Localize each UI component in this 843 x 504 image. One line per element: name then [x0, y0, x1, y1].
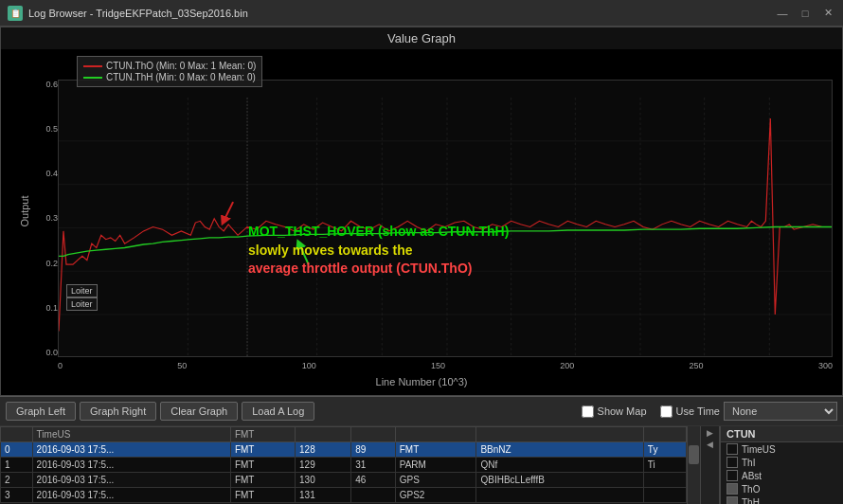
table-row[interactable]: 32016-09-03 17:5...FMT131GPS2 [1, 488, 687, 503]
table-cell: 131 [296, 488, 351, 503]
minimize-button[interactable]: — [775, 6, 790, 21]
tree-items: TimeUSThIABstThOThHDAlt [721, 442, 843, 504]
y-axis-label: Output [19, 195, 30, 226]
show-map-checkbox[interactable] [582, 405, 594, 418]
table-cell: FMT [230, 488, 295, 503]
x-tick: 100 [302, 361, 316, 370]
loiter-label-2: Loiter [66, 297, 98, 311]
col-header-c3 [395, 427, 476, 442]
col-header-type: FMT [230, 427, 295, 442]
table-cell: 2016-09-03 17:5... [32, 458, 230, 473]
use-time-checkbox[interactable] [660, 405, 673, 418]
table-cell: 128 [296, 442, 351, 458]
legend-label-tho: CTUN.ThO (Min: 0 Max: 1 Mean: 0) [106, 61, 256, 71]
y-tick: 0.6 [45, 80, 58, 89]
x-tick: 300 [818, 361, 833, 370]
table-cell: 31 [351, 458, 395, 473]
x-tick: 50 [177, 361, 187, 370]
col-header-c5 [643, 427, 686, 442]
show-map-label[interactable]: Show Map [598, 405, 647, 417]
table-cell: GPS2 [395, 488, 476, 503]
tree-item[interactable]: ThH [721, 495, 843, 504]
x-tick: 200 [560, 361, 574, 370]
side-icon-2[interactable]: ◀ [707, 440, 713, 449]
tree-item[interactable]: ThO [721, 482, 843, 495]
tree-checkbox[interactable] [726, 443, 738, 455]
y-tick: 0.1 [45, 303, 58, 313]
close-button[interactable]: ✕ [820, 6, 835, 21]
graph-area[interactable]: Loiter Loiter MOT_THST_HOVER (show as CT… [58, 80, 833, 357]
load-a-log-button[interactable]: Load A Log [242, 402, 314, 421]
graph-container: Value Graph CTUN.ThO (Min: 0 Max: 1 Mean… [0, 27, 843, 396]
col-header-c4 [476, 427, 643, 442]
tree-item-label: TimeUS [742, 444, 776, 455]
col-header-num [1, 427, 33, 442]
window-title: Log Browser - TridgeEKFPatch_03Sep2016.b… [28, 8, 775, 19]
x-tick: 0 [58, 361, 63, 370]
y-tick: 0.2 [45, 259, 58, 268]
right-panel: CTUN TimeUSThIABstThOThHDAlt [720, 426, 843, 504]
tree-item[interactable]: TimeUS [721, 442, 843, 456]
side-icons: ▶ ◀ [701, 426, 720, 504]
tree-item[interactable]: ABst [721, 469, 843, 482]
right-panel-header: CTUN [721, 426, 843, 442]
table-cell: 2016-09-03 17:5... [32, 488, 230, 503]
tree-checkbox[interactable] [726, 496, 738, 504]
maximize-button[interactable]: □ [798, 6, 813, 21]
col-header-c1 [296, 427, 351, 442]
tree-checkbox[interactable] [726, 483, 738, 495]
y-tick: 0.5 [45, 124, 58, 134]
loiter-label-1: Loiter [66, 284, 98, 297]
y-tick: 0.0 [45, 348, 58, 357]
table-row[interactable]: 22016-09-03 17:5...FMT13046GPSQBIHBcLLef… [1, 473, 687, 488]
tree-item[interactable]: ThI [721, 456, 843, 469]
col-header-time: TimeUS [32, 427, 230, 442]
app-icon: 📋 [8, 6, 23, 21]
table-cell: 1 [1, 458, 33, 473]
legend-item-tho: CTUN.ThO (Min: 0 Max: 1 Mean: 0) [83, 61, 256, 71]
tree-item-label: ThH [742, 497, 760, 505]
tree-checkbox[interactable] [726, 470, 738, 481]
y-tick: 0.3 [45, 213, 58, 223]
table-cell: 129 [296, 458, 351, 473]
table-cell: QBIHBcLLefffB [476, 473, 643, 488]
table-scrollbar[interactable] [688, 426, 701, 504]
table-cell: Ti [643, 458, 686, 473]
graph-legend: CTUN.ThO (Min: 0 Max: 1 Mean: 0) CTUN.Th… [77, 56, 262, 87]
table-row[interactable]: 02016-09-03 17:5...FMT12889FMTBBnNZTy [1, 442, 687, 458]
table-cell [351, 488, 395, 503]
table-row[interactable]: 12016-09-03 17:5...FMT12931PARMQNfTi [1, 458, 687, 473]
data-table: TimeUS FMT 02016-09-03 17:5...FMT12889FM… [0, 426, 687, 503]
x-axis-ticks: 050100150200250300 [58, 357, 833, 374]
graph-right-button[interactable]: Graph Right [80, 402, 156, 421]
tree-checkbox[interactable] [726, 457, 738, 468]
clear-graph-button[interactable]: Clear Graph [160, 402, 238, 421]
window-controls: — □ ✕ [775, 6, 835, 21]
side-icon-1[interactable]: ▶ [707, 428, 713, 438]
table-cell: 2 [1, 473, 33, 488]
use-time-group: Use Time [660, 405, 720, 418]
table-cell [643, 473, 686, 488]
x-axis-label: Line Number (10^3) [376, 376, 468, 387]
legend-line-tho [83, 65, 102, 67]
table-cell: 2016-09-03 17:5... [32, 442, 230, 458]
tree-item-label: ThI [742, 458, 755, 468]
graph-left-button[interactable]: Graph Left [6, 402, 76, 421]
table-cell: 3 [1, 488, 33, 503]
table-cell: Ty [643, 442, 686, 458]
table-header: TimeUS FMT [1, 427, 687, 442]
scrollbar-thumb[interactable] [689, 445, 699, 464]
title-bar: 📋 Log Browser - TridgeEKFPatch_03Sep2016… [0, 0, 843, 27]
table-cell: 2016-09-03 17:5... [32, 473, 230, 488]
table-cell: FMT [230, 473, 295, 488]
y-tick: 0.4 [45, 169, 58, 178]
table-cell: FMT [395, 442, 476, 458]
none-dropdown[interactable]: None GPS IMU [724, 402, 837, 421]
x-tick: 250 [690, 361, 704, 370]
col-header-c2 [351, 427, 395, 442]
svg-line-15 [224, 202, 233, 221]
tree-item-label: ABst [742, 471, 762, 481]
show-map-group: Show Map [582, 405, 647, 418]
use-time-label[interactable]: Use Time [676, 405, 720, 417]
table-cell: PARM [395, 458, 476, 473]
